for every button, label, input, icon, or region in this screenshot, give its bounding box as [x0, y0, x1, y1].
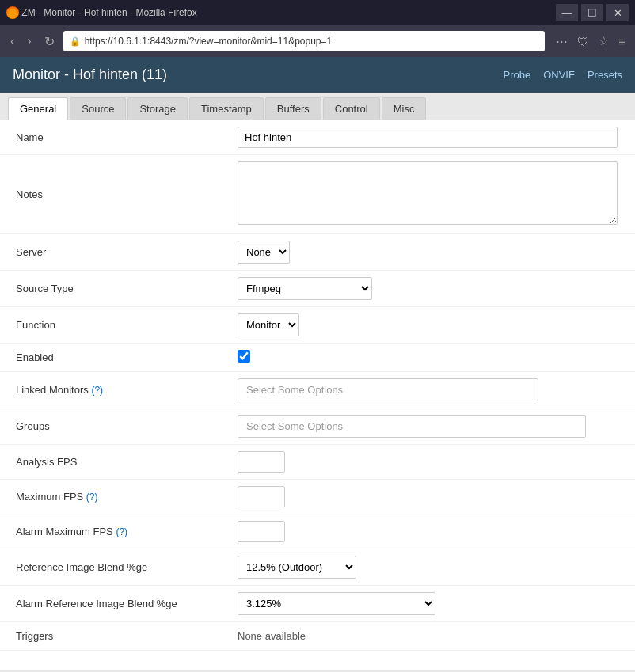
enabled-row: Enabled	[0, 344, 635, 372]
name-label: Name	[0, 120, 230, 155]
address-field[interactable]: 🔒 https://10.6.1.1:8443/zm/?view=monitor…	[63, 31, 546, 51]
reference-blend-cell: 1% (All Change) 2% 3% 4% 5% 6.25% (Fast)…	[230, 549, 635, 586]
linked-monitors-select[interactable]: Select Some Options	[238, 378, 538, 401]
close-button[interactable]: ✕	[606, 4, 629, 21]
bookmark-button[interactable]: ☆	[595, 32, 612, 50]
notes-textarea[interactable]	[238, 161, 618, 225]
notes-cell	[230, 155, 635, 234]
alarm-blend-label: Alarm Reference Image Blend %ge	[0, 586, 230, 622]
refresh-button[interactable]: ↻	[40, 32, 59, 51]
minimize-button[interactable]: —	[556, 4, 578, 21]
reference-blend-select[interactable]: 1% (All Change) 2% 3% 4% 5% 6.25% (Fast)…	[238, 556, 356, 579]
function-cell: None Monitor Modect Record Mocord Nodect	[230, 307, 635, 344]
presets-link[interactable]: Presets	[587, 69, 622, 81]
maximum-fps-label: Maximum FPS (?)	[0, 480, 230, 514]
triggers-value: None available	[238, 630, 306, 642]
triggers-label: Triggers	[0, 622, 230, 651]
window-controls: — ☐ ✕	[556, 4, 629, 21]
addressbar: ‹ › ↻ 🔒 https://10.6.1.1:8443/zm/?view=m…	[0, 25, 635, 57]
maximum-fps-row: Maximum FPS (?)	[0, 480, 635, 514]
lock-icon: 🔒	[70, 36, 81, 47]
source-type-select[interactable]: Ffmpeg Local Remote File cURL WebSite	[238, 277, 372, 300]
alarm-maximum-fps-row: Alarm Maximum FPS (?)	[0, 514, 635, 549]
notes-label: Notes	[0, 155, 230, 234]
analysis-fps-label: Analysis FPS	[0, 445, 230, 480]
notes-row: Notes	[0, 155, 635, 234]
triggers-row: Triggers None available	[0, 622, 635, 651]
function-row: Function None Monitor Modect Record Moco…	[0, 307, 635, 344]
toolbar-icons: ⋯ 🛡 ☆ ≡	[553, 32, 629, 50]
tab-source[interactable]: Source	[70, 97, 126, 120]
analysis-fps-cell	[230, 445, 635, 480]
tab-buffers[interactable]: Buffers	[265, 97, 321, 120]
reference-blend-row: Reference Image Blend %ge 1% (All Change…	[0, 549, 635, 586]
server-row: Server None	[0, 234, 635, 271]
triggers-cell: None available	[230, 622, 635, 651]
app-header: Monitor - Hof hinten (11) Probe ONVIF Pr…	[0, 57, 635, 93]
analysis-fps-row: Analysis FPS	[0, 445, 635, 480]
browser-icon	[6, 6, 19, 19]
maximize-button[interactable]: ☐	[581, 4, 603, 21]
maximum-fps-help[interactable]: (?)	[86, 492, 98, 503]
forward-button[interactable]: ›	[23, 32, 35, 50]
tab-general[interactable]: General	[8, 97, 68, 120]
source-type-label: Source Type	[0, 271, 230, 307]
enabled-label: Enabled	[0, 344, 230, 372]
window-title: ZM - Monitor - Hof hinten - Mozilla Fire…	[21, 7, 556, 18]
maximum-fps-cell	[230, 480, 635, 514]
tab-misc[interactable]: Misc	[382, 97, 427, 120]
enabled-cell	[230, 344, 635, 372]
more-button[interactable]: ⋯	[553, 32, 571, 50]
function-label: Function	[0, 307, 230, 344]
menu-button[interactable]: ≡	[615, 32, 629, 50]
function-select[interactable]: None Monitor Modect Record Mocord Nodect	[238, 313, 299, 336]
source-type-row: Source Type Ffmpeg Local Remote File cUR…	[0, 271, 635, 307]
url-rest: :8443/zm/?view=monitor&mid=11&popup=1	[147, 36, 332, 47]
alarm-blend-row: Alarm Reference Image Blend %ge 1% 2% 3.…	[0, 586, 635, 622]
form-content: Name Notes Server None Source Type	[0, 120, 635, 670]
titlebar: ZM - Monitor - Hof hinten - Mozilla Fire…	[0, 0, 635, 25]
alarm-maximum-fps-help[interactable]: (?)	[116, 526, 127, 537]
linked-monitors-cell: Select Some Options	[230, 372, 635, 408]
alarm-blend-select[interactable]: 1% 2% 3.125% 5% 6.25% 10% 12.5% 25%	[238, 592, 435, 615]
alarm-maximum-fps-cell	[230, 514, 635, 549]
analysis-fps-input[interactable]	[238, 451, 285, 473]
alarm-blend-cell: 1% 2% 3.125% 5% 6.25% 10% 12.5% 25%	[230, 586, 635, 622]
form-table: Name Notes Server None Source Type	[0, 120, 635, 651]
linked-monitors-label: Linked Monitors (?)	[0, 372, 230, 408]
back-button[interactable]: ‹	[6, 32, 18, 50]
enabled-checkbox[interactable]	[238, 350, 250, 363]
reference-blend-label: Reference Image Blend %ge	[0, 549, 230, 586]
name-cell	[230, 120, 635, 155]
server-label: Server	[0, 234, 230, 271]
name-row: Name	[0, 120, 635, 155]
shield-button[interactable]: 🛡	[574, 32, 592, 50]
groups-select[interactable]: Select Some Options	[238, 415, 586, 438]
tabs-bar: General Source Storage Timestamp Buffers…	[0, 93, 635, 120]
name-input[interactable]	[238, 127, 618, 148]
onvif-link[interactable]: ONVIF	[543, 69, 575, 81]
maximum-fps-input[interactable]	[238, 486, 285, 507]
groups-label: Groups	[0, 408, 230, 445]
url-text: https://10.6.1.1:8443/zm/?view=monitor&m…	[85, 36, 333, 47]
server-select[interactable]: None	[238, 241, 290, 264]
header-links: Probe ONVIF Presets	[503, 69, 622, 81]
groups-cell: Select Some Options	[230, 408, 635, 445]
groups-row: Groups Select Some Options	[0, 408, 635, 445]
alarm-maximum-fps-input[interactable]	[238, 521, 285, 542]
source-type-cell: Ffmpeg Local Remote File cURL WebSite	[230, 271, 635, 307]
tab-storage[interactable]: Storage	[127, 97, 188, 120]
app-title: Monitor - Hof hinten (11)	[13, 66, 167, 83]
tab-control[interactable]: Control	[323, 97, 380, 120]
alarm-maximum-fps-label: Alarm Maximum FPS (?)	[0, 514, 230, 549]
linked-monitors-help[interactable]: (?)	[91, 385, 103, 396]
tab-timestamp[interactable]: Timestamp	[189, 97, 264, 120]
linked-monitors-row: Linked Monitors (?) Select Some Options	[0, 372, 635, 408]
probe-link[interactable]: Probe	[503, 69, 530, 81]
server-cell: None	[230, 234, 635, 271]
url-highlight: https://10.6.1.1	[85, 36, 147, 47]
